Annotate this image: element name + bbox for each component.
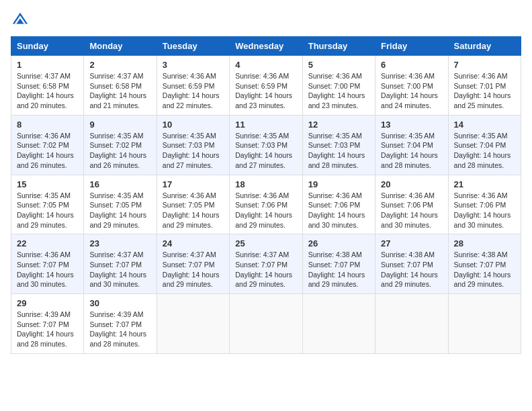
calendar-cell: 29Sunrise: 4:39 AMSunset: 7:07 PMDayligh… [11, 294, 84, 354]
calendar-week-1: 1Sunrise: 4:37 AMSunset: 6:58 PMDaylight… [11, 56, 521, 116]
day-header-monday: Monday [84, 37, 157, 56]
day-info: Sunrise: 4:36 AMSunset: 7:06 PMDaylight:… [235, 191, 292, 229]
day-number: 9 [89, 120, 150, 130]
calendar-cell: 12Sunrise: 4:35 AMSunset: 7:03 PMDayligh… [302, 115, 375, 175]
day-number: 23 [89, 238, 150, 248]
calendar-cell: 10Sunrise: 4:35 AMSunset: 7:03 PMDayligh… [157, 115, 229, 175]
day-number: 13 [381, 120, 442, 130]
day-number: 19 [308, 179, 369, 189]
calendar-cell: 9Sunrise: 4:35 AMSunset: 7:02 PMDaylight… [84, 115, 157, 175]
day-number: 8 [17, 120, 78, 130]
calendar-cell: 25Sunrise: 4:37 AMSunset: 7:07 PMDayligh… [230, 234, 302, 294]
day-info: Sunrise: 4:36 AMSunset: 7:06 PMDaylight:… [308, 191, 365, 229]
day-number: 12 [308, 120, 369, 130]
calendar-cell: 30Sunrise: 4:39 AMSunset: 7:07 PMDayligh… [84, 294, 157, 354]
day-number: 28 [454, 238, 515, 248]
day-info: Sunrise: 4:37 AMSunset: 6:58 PMDaylight:… [17, 72, 74, 109]
day-header-wednesday: Wednesday [230, 37, 302, 56]
calendar-cell: 11Sunrise: 4:35 AMSunset: 7:03 PMDayligh… [230, 115, 302, 175]
calendar-table: SundayMondayTuesdayWednesdayThursdayFrid… [11, 36, 521, 354]
day-info: Sunrise: 4:35 AMSunset: 7:05 PMDaylight:… [89, 191, 146, 229]
calendar-week-5: 29Sunrise: 4:39 AMSunset: 7:07 PMDayligh… [11, 294, 521, 354]
calendar-cell: 13Sunrise: 4:35 AMSunset: 7:04 PMDayligh… [375, 115, 448, 175]
day-number: 7 [454, 60, 515, 70]
calendar-cell: 18Sunrise: 4:36 AMSunset: 7:06 PMDayligh… [230, 175, 302, 234]
day-number: 14 [454, 120, 515, 130]
day-number: 26 [308, 238, 369, 248]
calendar-cell [157, 294, 229, 354]
calendar-cell: 14Sunrise: 4:35 AMSunset: 7:04 PMDayligh… [448, 115, 521, 175]
day-header-saturday: Saturday [448, 37, 521, 56]
day-info: Sunrise: 4:38 AMSunset: 7:07 PMDaylight:… [381, 250, 438, 288]
day-info: Sunrise: 4:36 AMSunset: 7:02 PMDaylight:… [17, 132, 74, 169]
calendar-cell [230, 294, 302, 354]
day-number: 4 [235, 60, 296, 70]
calendar-cell [448, 294, 521, 354]
day-header-tuesday: Tuesday [157, 37, 229, 56]
calendar-cell: 6Sunrise: 4:36 AMSunset: 7:00 PMDaylight… [375, 56, 448, 116]
day-number: 24 [163, 238, 224, 248]
logo [11, 11, 32, 30]
day-header-sunday: Sunday [11, 37, 84, 56]
day-number: 22 [17, 238, 78, 248]
day-info: Sunrise: 4:39 AMSunset: 7:07 PMDaylight:… [17, 310, 74, 348]
day-number: 20 [381, 179, 442, 189]
day-info: Sunrise: 4:36 AMSunset: 6:59 PMDaylight:… [163, 72, 220, 109]
day-header-thursday: Thursday [302, 37, 375, 56]
day-info: Sunrise: 4:36 AMSunset: 7:00 PMDaylight:… [308, 72, 365, 109]
calendar-cell: 19Sunrise: 4:36 AMSunset: 7:06 PMDayligh… [302, 175, 375, 234]
calendar-cell: 23Sunrise: 4:37 AMSunset: 7:07 PMDayligh… [84, 234, 157, 294]
day-info: Sunrise: 4:38 AMSunset: 7:07 PMDaylight:… [308, 250, 365, 288]
day-number: 30 [89, 298, 150, 308]
day-info: Sunrise: 4:35 AMSunset: 7:05 PMDaylight:… [17, 191, 74, 229]
calendar-cell: 20Sunrise: 4:36 AMSunset: 7:06 PMDayligh… [375, 175, 448, 234]
day-number: 5 [308, 60, 369, 70]
day-info: Sunrise: 4:37 AMSunset: 6:58 PMDaylight:… [89, 72, 146, 109]
day-number: 3 [163, 60, 224, 70]
day-info: Sunrise: 4:35 AMSunset: 7:04 PMDaylight:… [454, 132, 511, 169]
calendar-cell: 21Sunrise: 4:36 AMSunset: 7:06 PMDayligh… [448, 175, 521, 234]
day-number: 18 [235, 179, 296, 189]
day-info: Sunrise: 4:35 AMSunset: 7:03 PMDaylight:… [308, 132, 365, 169]
day-number: 2 [89, 60, 150, 70]
calendar-week-2: 8Sunrise: 4:36 AMSunset: 7:02 PMDaylight… [11, 115, 521, 175]
day-number: 1 [17, 60, 78, 70]
day-info: Sunrise: 4:35 AMSunset: 7:03 PMDaylight:… [163, 132, 220, 169]
calendar-cell: 22Sunrise: 4:36 AMSunset: 7:07 PMDayligh… [11, 234, 84, 294]
calendar-cell [375, 294, 448, 354]
calendar-cell: 15Sunrise: 4:35 AMSunset: 7:05 PMDayligh… [11, 175, 84, 234]
day-info: Sunrise: 4:36 AMSunset: 7:06 PMDaylight:… [454, 191, 511, 229]
day-info: Sunrise: 4:35 AMSunset: 7:03 PMDaylight:… [235, 132, 292, 169]
day-info: Sunrise: 4:36 AMSunset: 6:59 PMDaylight:… [235, 72, 292, 109]
calendar-cell: 1Sunrise: 4:37 AMSunset: 6:58 PMDaylight… [11, 56, 84, 116]
calendar-week-4: 22Sunrise: 4:36 AMSunset: 7:07 PMDayligh… [11, 234, 521, 294]
calendar-cell: 7Sunrise: 4:36 AMSunset: 7:01 PMDaylight… [448, 56, 521, 116]
day-info: Sunrise: 4:37 AMSunset: 7:07 PMDaylight:… [89, 250, 146, 288]
day-info: Sunrise: 4:35 AMSunset: 7:04 PMDaylight:… [381, 132, 438, 169]
day-info: Sunrise: 4:37 AMSunset: 7:07 PMDaylight:… [163, 250, 220, 288]
calendar-cell: 5Sunrise: 4:36 AMSunset: 7:00 PMDaylight… [302, 56, 375, 116]
day-info: Sunrise: 4:39 AMSunset: 7:07 PMDaylight:… [89, 310, 146, 348]
day-info: Sunrise: 4:36 AMSunset: 7:00 PMDaylight:… [381, 72, 438, 109]
day-number: 25 [235, 238, 296, 248]
calendar-cell: 8Sunrise: 4:36 AMSunset: 7:02 PMDaylight… [11, 115, 84, 175]
calendar-cell [302, 294, 375, 354]
day-number: 11 [235, 120, 296, 130]
calendar-week-3: 15Sunrise: 4:35 AMSunset: 7:05 PMDayligh… [11, 175, 521, 234]
day-number: 21 [454, 179, 515, 189]
header [11, 11, 521, 30]
logo-icon [11, 11, 30, 30]
calendar-cell: 28Sunrise: 4:38 AMSunset: 7:07 PMDayligh… [448, 234, 521, 294]
day-info: Sunrise: 4:36 AMSunset: 7:06 PMDaylight:… [381, 191, 438, 229]
day-info: Sunrise: 4:37 AMSunset: 7:07 PMDaylight:… [235, 250, 292, 288]
calendar-cell: 17Sunrise: 4:36 AMSunset: 7:05 PMDayligh… [157, 175, 229, 234]
day-number: 17 [163, 179, 224, 189]
calendar-cell: 16Sunrise: 4:35 AMSunset: 7:05 PMDayligh… [84, 175, 157, 234]
calendar-cell: 3Sunrise: 4:36 AMSunset: 6:59 PMDaylight… [157, 56, 229, 116]
day-number: 27 [381, 238, 442, 248]
day-info: Sunrise: 4:38 AMSunset: 7:07 PMDaylight:… [454, 250, 511, 288]
calendar-cell: 27Sunrise: 4:38 AMSunset: 7:07 PMDayligh… [375, 234, 448, 294]
day-header-friday: Friday [375, 37, 448, 56]
day-number: 10 [163, 120, 224, 130]
calendar-cell: 2Sunrise: 4:37 AMSunset: 6:58 PMDaylight… [84, 56, 157, 116]
